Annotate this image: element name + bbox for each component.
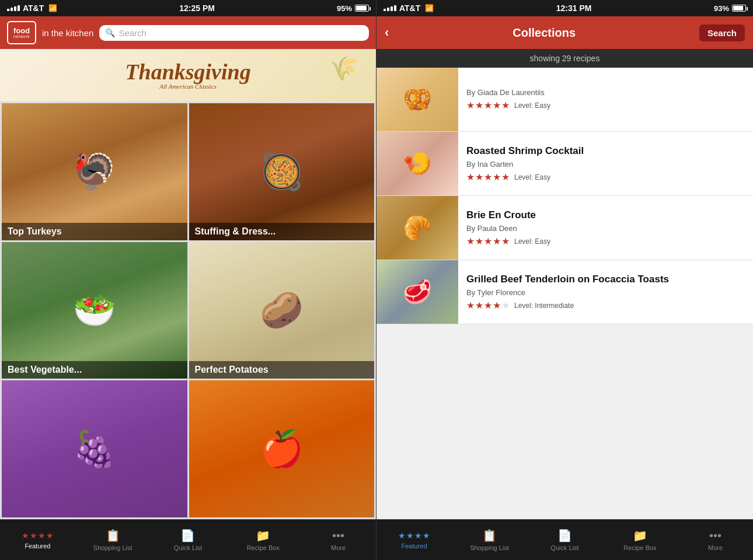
recipe-thumb-beef: 🥩	[376, 260, 458, 324]
recipe-author-2: By Paula Deen	[466, 224, 745, 233]
tab-recipebox-left[interactable]: 📁 Recipe Box	[225, 520, 301, 560]
tab-quicklist-left-label: Quick List	[174, 544, 202, 551]
tab-more-right[interactable]: ••• More	[678, 520, 753, 560]
wifi-icon: 📶	[48, 4, 57, 12]
recipe-title-1: Roasted Shrimp Cocktail	[466, 145, 745, 158]
recipe-card-stuffing[interactable]: 🥘 Stuffing & Dress...	[189, 103, 375, 240]
tab-shopping-right[interactable]: 📋 Shopping List	[452, 520, 527, 560]
logo-network-text: network	[13, 34, 30, 38]
carrier-label: AT&T	[23, 4, 44, 13]
featured-stars: ★ ★ ★ ★	[22, 531, 54, 540]
left-status-left: AT&T 📶	[7, 4, 57, 13]
logo-food-text: food	[13, 27, 30, 34]
left-tab-bar: ★ ★ ★ ★ Featured 📋 Shopping List 📄 Quick…	[0, 519, 376, 560]
recipe-card-partial1[interactable]: 🍇	[2, 380, 187, 517]
right-quick-list-icon: 📄	[557, 528, 572, 542]
recipe-card-partial2[interactable]: 🍎	[189, 380, 375, 517]
list-item[interactable]: 🥩 Grilled Beef Tenderloin on Focaccia To…	[376, 260, 753, 324]
back-button[interactable]: ‹	[385, 25, 389, 40]
right-status-bar: AT&T 📶 12:31 PM 93%	[376, 0, 753, 16]
recipe-author-1: By Ina Garten	[466, 160, 745, 169]
list-item[interactable]: 🥨 By Giada De Laurentiis ★ ★ ★ ★ ★ Level…	[376, 68, 753, 132]
recipe-card-vegetable[interactable]: 🥗 Best Vegetable...	[2, 242, 187, 379]
recipe-author-0: By Giada De Laurentiis	[466, 88, 745, 97]
tab-quicklist-right[interactable]: 📄 Quick List	[527, 520, 602, 560]
turkey-image: 🦃	[2, 103, 187, 240]
right-phone: AT&T 📶 12:31 PM 93% ‹ Collections Search…	[376, 0, 753, 560]
recipe-title-2: Brie En Croute	[466, 209, 745, 222]
right-search-button[interactable]: Search	[699, 24, 745, 41]
recipe-title-3: Grilled Beef Tenderloin on Focaccia Toas…	[466, 273, 745, 286]
more-icon-left: •••	[332, 529, 344, 542]
quick-list-icon: 📄	[180, 528, 195, 542]
potatoes-label: Perfect Potatoes	[189, 361, 375, 379]
right-time: 12:31 PM	[556, 4, 592, 13]
partial1-image: 🍇	[2, 380, 187, 517]
recipe-card-potatoes[interactable]: 🥔 Perfect Potatoes	[189, 242, 375, 379]
left-status-bar: AT&T 📶 12:25 PM 95%	[0, 0, 376, 16]
tab-featured-left-label: Featured	[25, 542, 50, 550]
collections-title: Collections	[513, 26, 576, 40]
potatoes-image: 🥔	[189, 242, 375, 379]
right-shopping-icon: 📋	[482, 528, 497, 542]
header-tagline: in the kitchen	[42, 28, 93, 38]
recipe-author-3: By Tyler Florence	[466, 288, 745, 297]
tab-recipebox-left-label: Recipe Box	[247, 544, 280, 551]
right-header: ‹ Collections Search	[376, 16, 753, 49]
recipe-grid: 🦃 Top Turkeys 🥘 Stuffing & Dress... 🥗 Be…	[0, 102, 376, 519]
recipes-count-bar: showing 29 recipes	[376, 49, 753, 68]
recipe-thumb-crackers: 🥨	[376, 68, 458, 131]
recipe-info-brie: Brie En Croute By Paula Deen ★ ★ ★ ★ ★ L…	[458, 196, 753, 260]
right-recipe-box-icon: 📁	[633, 528, 647, 542]
list-item[interactable]: 🍤 Roasted Shrimp Cocktail By Ina Garten …	[376, 132, 753, 196]
level-3: Level: Intermediate	[514, 302, 574, 310]
tab-featured-right-label: Featured	[401, 542, 427, 550]
recipe-card-turkeys[interactable]: 🦃 Top Turkeys	[2, 103, 187, 240]
stars-3: ★ ★ ★ ★ ★	[466, 300, 510, 311]
right-battery-icon	[732, 5, 746, 12]
tab-more-right-label: More	[708, 544, 723, 551]
recipe-list: 🥨 By Giada De Laurentiis ★ ★ ★ ★ ★ Level…	[376, 68, 753, 519]
more-icon-right: •••	[709, 529, 721, 542]
left-search-bar[interactable]: 🔍 Search	[99, 25, 369, 41]
recipe-info-beef: Grilled Beef Tenderloin on Focaccia Toas…	[458, 260, 753, 324]
recipe-thumb-shrimp: 🍤	[376, 132, 458, 195]
right-featured-stars: ★ ★ ★ ★	[398, 531, 430, 540]
right-status-left: AT&T 📶	[384, 4, 434, 13]
food-network-logo: food network	[7, 21, 36, 44]
right-tab-bar: ★ ★ ★ ★ Featured 📋 Shopping List 📄 Quick…	[376, 519, 753, 560]
tab-shopping-left-label: Shopping List	[93, 544, 133, 551]
recipe-meta-2: ★ ★ ★ ★ ★ Level: Easy	[466, 236, 745, 247]
tab-more-left-label: More	[331, 544, 346, 551]
turkey-label: Top Turkeys	[2, 223, 187, 240]
tab-recipebox-right[interactable]: 📁 Recipe Box	[602, 520, 678, 560]
left-phone: AT&T 📶 12:25 PM 95% food network in the …	[0, 0, 376, 560]
recipe-meta-0: ★ ★ ★ ★ ★ Level: Easy	[466, 100, 745, 111]
recipe-info-shrimp: Roasted Shrimp Cocktail By Ina Garten ★ …	[458, 132, 753, 195]
battery-icon	[355, 5, 369, 12]
thanksgiving-banner[interactable]: Thanksgiving All American Classics 🌾	[0, 49, 376, 102]
recipe-info-crackers: By Giada De Laurentiis ★ ★ ★ ★ ★ Level: …	[458, 68, 753, 131]
tab-quicklist-left[interactable]: 📄 Quick List	[151, 520, 226, 560]
stars-0: ★ ★ ★ ★ ★	[466, 100, 510, 111]
right-signal-bars	[384, 5, 396, 11]
stuffing-image: 🥘	[189, 103, 375, 240]
left-time: 12:25 PM	[179, 4, 215, 13]
level-1: Level: Easy	[514, 173, 550, 181]
tab-more-left[interactable]: ••• More	[301, 520, 376, 560]
recipe-box-icon: 📁	[256, 528, 270, 542]
tab-featured-right[interactable]: ★ ★ ★ ★ Featured	[376, 520, 452, 560]
tab-shopping-left[interactable]: 📋 Shopping List	[75, 520, 151, 560]
list-item[interactable]: 🥐 Brie En Croute By Paula Deen ★ ★ ★ ★ ★…	[376, 196, 753, 260]
tab-featured-left[interactable]: ★ ★ ★ ★ Featured	[0, 520, 75, 560]
stars-1: ★ ★ ★ ★ ★	[466, 172, 510, 183]
tab-quicklist-right-label: Quick List	[550, 544, 578, 551]
right-battery-area: 93%	[714, 4, 746, 13]
stars-2: ★ ★ ★ ★ ★	[466, 236, 510, 247]
recipe-thumb-brie: 🥐	[376, 196, 458, 260]
banner-title: Thanksgiving	[125, 61, 250, 83]
level-2: Level: Easy	[514, 237, 550, 246]
recipe-meta-1: ★ ★ ★ ★ ★ Level: Easy	[466, 172, 745, 183]
shopping-list-icon: 📋	[106, 528, 120, 542]
right-battery-percent: 93%	[714, 4, 729, 13]
